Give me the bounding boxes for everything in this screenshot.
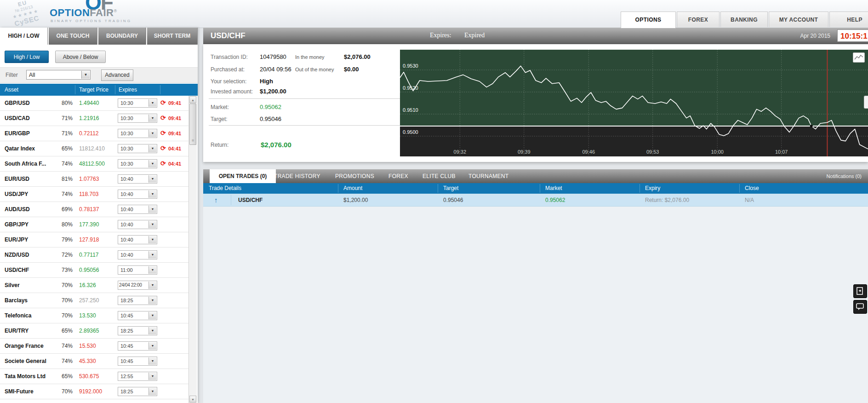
asset-row[interactable]: USD/CAD71%1.2191610:30▼⟳09:41 xyxy=(0,111,188,126)
expiry-select[interactable]: 18:25▼ xyxy=(118,387,157,396)
mode-high-low-button[interactable]: High / Low xyxy=(5,51,49,63)
expiry-select[interactable]: 18:25▼ xyxy=(118,296,157,305)
expiry-select[interactable]: 10:30▼ xyxy=(118,98,157,108)
asset-target-price: 48112.500 xyxy=(79,161,105,167)
expiry-select[interactable]: 10:40▼ xyxy=(118,190,157,199)
expiry-select[interactable]: 10:40▼ xyxy=(118,174,157,184)
asset-row[interactable]: Telefonica70%13.53010:45▼ xyxy=(0,308,188,323)
top-tab-help[interactable]: HELP xyxy=(829,12,868,27)
asset-row[interactable]: USD/JPY74%118.70310:40▼ xyxy=(0,187,188,202)
expiry-select[interactable]: 10:30▼ xyxy=(118,129,157,138)
expiry-select[interactable]: 10:30▼ xyxy=(118,114,157,123)
top-tab-banking[interactable]: BANKING xyxy=(720,12,768,27)
chevron-down-icon[interactable]: ▼ xyxy=(148,190,156,198)
chevron-down-icon[interactable]: ▼ xyxy=(148,130,156,137)
open-trade-row[interactable]: ↑ USD/CHF $1,200.00 0.95046 0.95062 Retu… xyxy=(203,194,868,207)
chevron-down-icon[interactable]: ▼ xyxy=(148,175,156,183)
top-tab-my-account[interactable]: MY ACCOUNT xyxy=(769,12,828,27)
filter-select[interactable]: All ▼ xyxy=(26,70,91,80)
expiry-select[interactable]: 11:00▼ xyxy=(118,265,157,275)
market-value: 0.95062 xyxy=(260,104,281,110)
asset-row[interactable]: EUR/TRY65%2.8936518:25▼ xyxy=(0,323,188,339)
asset-row[interactable]: Silver70%16.32624/04 22:00▼ xyxy=(0,278,188,293)
asset-row[interactable]: EUR/JPY79%127.91810:40▼ xyxy=(0,232,188,248)
target-label: Target: xyxy=(211,116,228,122)
chevron-down-icon[interactable]: ▼ xyxy=(148,266,156,274)
chevron-down-icon[interactable]: ▼ xyxy=(148,297,156,304)
chevron-down-icon[interactable]: ▼ xyxy=(148,327,156,334)
advanced-button[interactable]: Advanced xyxy=(101,69,133,81)
expiry-select[interactable]: 10:45▼ xyxy=(118,341,157,351)
chart-type-button[interactable] xyxy=(853,52,865,63)
asset-row[interactable]: Tata Motors Ltd65%530.67512:55▼ xyxy=(0,369,188,384)
chevron-down-icon[interactable]: ▼ xyxy=(148,342,156,350)
chevron-down-icon[interactable]: ▼ xyxy=(148,206,156,213)
support-widget-button[interactable] xyxy=(853,284,867,298)
asset-row[interactable]: GBP/JPY80%177.39010:40▼ xyxy=(0,217,188,232)
expiry-select[interactable]: 10:30▼ xyxy=(118,159,157,168)
chevron-down-icon[interactable]: ▼ xyxy=(81,71,90,79)
asset-row[interactable]: AUD/USD69%0.7813710:40▼ xyxy=(0,202,188,217)
column-header-trade-details: Trade Details xyxy=(209,185,241,191)
chevron-down-icon[interactable]: ▼ xyxy=(148,282,156,289)
top-tab-options[interactable]: OPTIONS xyxy=(621,12,676,28)
asset-list-scrollbar[interactable]: ▲ ≡ ▼ xyxy=(188,96,197,403)
expiry-select[interactable]: 24/04 22:00▼ xyxy=(118,281,157,290)
asset-row[interactable]: EUR/GBP71%0.7211210:30▼⟳09:41 xyxy=(0,126,188,141)
asset-payout: 69% xyxy=(54,206,73,213)
instrument-tab-short-term[interactable]: SHORT TERM xyxy=(147,28,198,45)
chart-side-handle[interactable] xyxy=(864,96,868,109)
asset-row[interactable]: Societe General74%45.33010:45▼ xyxy=(0,354,188,369)
scrollbar-thumb[interactable]: ≡ xyxy=(189,104,196,145)
asset-row[interactable]: Qatar Index65%11812.41010:30▼⟳04:41 xyxy=(0,141,188,156)
chevron-down-icon[interactable]: ▼ xyxy=(148,160,156,167)
chevron-down-icon[interactable]: ▼ xyxy=(148,357,156,365)
asset-row[interactable]: South Africa F...74%48112.50010:30▼⟳04:4… xyxy=(0,156,188,172)
trades-tab-forex[interactable]: FOREX xyxy=(388,169,408,183)
asset-row[interactable]: Barclays70%257.25018:25▼ xyxy=(0,293,188,308)
chevron-down-icon[interactable]: ▼ xyxy=(148,373,156,380)
chevron-down-icon[interactable]: ▼ xyxy=(148,221,156,228)
trades-tab-promotions[interactable]: PROMOTIONS xyxy=(335,169,374,183)
chevron-down-icon[interactable]: ▼ xyxy=(148,388,156,395)
expiry-select[interactable]: 10:30▼ xyxy=(118,144,157,153)
chevron-down-icon[interactable]: ▼ xyxy=(148,115,156,122)
brand-logo[interactable]: OPTIONFAIR® xyxy=(50,7,117,19)
asset-row[interactable]: GBP/USD80%1.4944010:30▼⟳09:41 xyxy=(0,96,188,111)
asset-row[interactable]: USD/CHF73%0.9505611:00▼ xyxy=(0,263,188,278)
chevron-down-icon[interactable]: ▼ xyxy=(148,145,156,152)
expiry-select[interactable]: 10:45▼ xyxy=(118,357,157,366)
chevron-down-icon[interactable]: ▼ xyxy=(148,99,156,107)
asset-row[interactable]: SMI-Future70%9192.00018:25▼ xyxy=(0,384,188,399)
top-tab-forex[interactable]: FOREX xyxy=(677,12,720,27)
expiry-select[interactable]: 10:40▼ xyxy=(118,235,157,244)
asset-row[interactable]: NZD/USD72%0.7711710:40▼ xyxy=(0,248,188,263)
expiry-select[interactable]: 10:40▼ xyxy=(118,220,157,229)
trades-tab-tournament[interactable]: TOURNAMENT xyxy=(468,169,508,183)
scroll-down-icon[interactable]: ▼ xyxy=(189,396,196,403)
trades-tab-open-trades-0-[interactable]: OPEN TRADES (0) xyxy=(210,169,276,183)
chat-widget-button[interactable] xyxy=(853,300,867,314)
expiry-select[interactable]: 18:25▼ xyxy=(118,326,157,335)
instrument-tab-boundary[interactable]: BOUNDARY xyxy=(98,28,146,45)
expiry-select-value: 10:30 xyxy=(118,99,150,106)
instrument-tab-one-touch[interactable]: ONE TOUCH xyxy=(49,28,97,45)
asset-row[interactable]: EUR/USD81%1.0776310:40▼ xyxy=(0,172,188,187)
chevron-down-icon[interactable]: ▼ xyxy=(148,312,156,319)
x-axis-label: 09:53 xyxy=(646,149,659,155)
trades-tab-elite-club[interactable]: ELITE CLUB xyxy=(423,169,456,183)
expiry-select[interactable]: 10:45▼ xyxy=(118,311,157,320)
expiry-select[interactable]: 10:40▼ xyxy=(118,205,157,214)
chevron-down-icon[interactable]: ▼ xyxy=(148,251,156,259)
trades-tab-trade-history[interactable]: TRADE HISTORY xyxy=(274,169,320,183)
instrument-tab-high-low[interactable]: HIGH / LOW xyxy=(0,28,48,45)
expiry-select[interactable]: 10:40▼ xyxy=(118,250,157,259)
mode-above-below-button[interactable]: Above / Below xyxy=(55,51,106,63)
expiry-select[interactable]: 12:55▼ xyxy=(118,372,157,381)
chevron-down-icon[interactable]: ▼ xyxy=(148,236,156,243)
asset-row[interactable]: Orange France74%15.53010:45▼ xyxy=(0,339,188,354)
purchase-point-dot xyxy=(810,125,813,127)
price-chart[interactable]: 0.95300.95200.95100.950009:3209:3909:460… xyxy=(400,50,868,156)
notifications-link[interactable]: Notifications (0) xyxy=(827,169,862,183)
scroll-up-icon[interactable]: ▲ xyxy=(189,96,196,103)
